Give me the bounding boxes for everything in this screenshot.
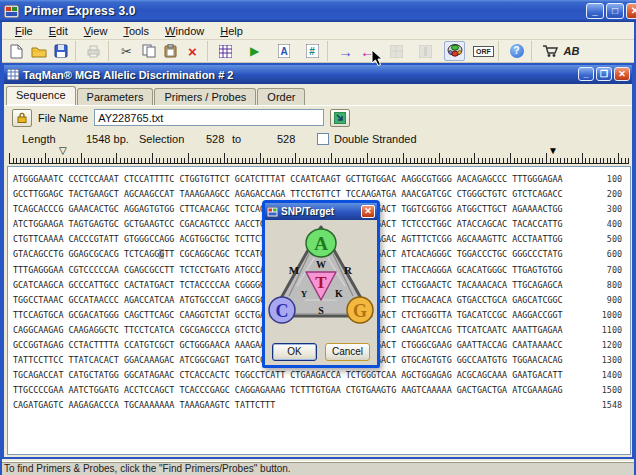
edge-m-label[interactable]: M <box>289 264 300 276</box>
run-button[interactable]: ▶ <box>244 41 265 61</box>
ab-logo-icon: AB <box>564 45 580 57</box>
sequence-position: 300 <box>607 204 622 214</box>
import-button[interactable] <box>330 109 350 127</box>
copy-icon <box>142 44 156 58</box>
cut-scissors-icon: ✂ <box>121 44 132 59</box>
open-folder-icon <box>31 45 47 58</box>
disabled-tool-2-button[interactable] <box>415 41 436 61</box>
snp-mask-icon <box>447 44 463 58</box>
snp-target-dialog: SNP/Target ✕ A C G T M W R Y K S <box>262 200 380 368</box>
double-stranded-checkbox[interactable] <box>317 133 329 145</box>
file-name-label: File Name <box>38 112 88 124</box>
cart-icon <box>542 44 558 58</box>
iupac-wheel-diagram[interactable]: A C G T M W R Y K S <box>267 224 375 336</box>
menubar: File Edit View Tools Window Help <box>2 22 634 40</box>
edge-s-label[interactable]: S <box>318 305 324 316</box>
sequence-position: 1300 <box>602 355 622 365</box>
file-name-input[interactable] <box>94 109 324 126</box>
delete-button[interactable]: × <box>182 41 203 61</box>
edge-k-label[interactable]: K <box>335 288 343 299</box>
sequence-position: 1500 <box>602 385 622 395</box>
menu-help[interactable]: Help <box>213 23 250 39</box>
orf-button[interactable]: ORF <box>473 41 494 61</box>
tab-primers-probes[interactable]: Primers / Probes <box>154 88 256 105</box>
selected-base[interactable]: G <box>159 249 164 259</box>
tab-sequence[interactable]: Sequence <box>6 86 76 105</box>
copy-button[interactable] <box>138 41 159 61</box>
table-button[interactable] <box>215 41 236 61</box>
app-minimize-button[interactable]: _ <box>586 3 604 19</box>
menu-window[interactable]: Window <box>158 23 211 39</box>
selection-to-value: 528 <box>277 133 295 145</box>
sequence-position: 200 <box>607 189 622 199</box>
new-document-button[interactable] <box>6 41 27 61</box>
ruler-open-marker[interactable]: ▽ <box>59 146 67 156</box>
sequence-ruler[interactable]: ▽ ▼ <box>9 151 629 164</box>
sequence-position: 600 <box>607 249 622 259</box>
tab-order[interactable]: Order <box>257 88 305 105</box>
document-a-button[interactable]: A <box>273 41 294 61</box>
help-icon: ? <box>510 44 524 58</box>
status-text: To find Primers & Probes, click the "Fin… <box>4 463 291 474</box>
mouse-cursor <box>371 49 383 67</box>
delete-x-icon: × <box>188 43 197 60</box>
app-maximize-button[interactable]: □ <box>606 3 624 19</box>
ab-logo-button[interactable]: AB <box>561 41 582 61</box>
cut-button[interactable]: ✂ <box>116 41 137 61</box>
sequence-position: 800 <box>607 280 622 290</box>
doc-restore-button[interactable]: ❐ <box>596 67 612 81</box>
disabled-bars-icon <box>419 45 432 58</box>
snp-mask-button[interactable] <box>444 41 465 61</box>
edge-y-label[interactable]: Y <box>301 289 308 299</box>
ok-button[interactable]: OK <box>272 343 317 361</box>
snp-dialog-close-button[interactable]: ✕ <box>361 205 375 218</box>
svg-text:A: A <box>280 46 287 57</box>
edge-w-label[interactable]: W <box>316 259 326 270</box>
toolbar: ✂ × ▶ A # → ← ORF ? AB <box>2 40 634 63</box>
help-button[interactable]: ? <box>506 41 527 61</box>
map-button[interactable]: # <box>302 41 323 61</box>
doc-close-button[interactable]: ✕ <box>614 67 630 81</box>
menu-tools[interactable]: Tools <box>116 23 156 39</box>
sequence-position: 1100 <box>602 325 622 335</box>
menu-edit[interactable]: Edit <box>42 23 75 39</box>
sequence-line[interactable]: TTGCCCCGAA AATCTGGATG ACCTCCAGCT TCACCCG… <box>8 384 630 399</box>
disabled-grid-icon <box>390 45 403 58</box>
app-icon <box>4 5 19 18</box>
sequence-line[interactable]: TGCAGACCAT CATGCTATGG GGCATAGAAC CTCACCA… <box>8 369 630 384</box>
app-close-button[interactable]: ✕ <box>626 3 636 19</box>
sequence-line[interactable]: CAGATGAGTC AAGAGACCCA TGCAAAAAAA TAAAGAA… <box>8 399 630 414</box>
document-titlebar: TaqMan® MGB Allelic Discrimination # 2 _… <box>4 65 632 84</box>
print-button[interactable] <box>83 41 104 61</box>
length-selection-row: Length 1548 bp. Selection 528 to 528 Dou… <box>4 131 632 149</box>
tab-parameters[interactable]: Parameters <box>77 88 154 105</box>
doc-minimize-button[interactable]: _ <box>578 67 594 81</box>
next-button[interactable]: → <box>335 41 356 61</box>
menu-file[interactable]: File <box>8 23 40 39</box>
tab-bar: Sequence Parameters Primers / Probes Ord… <box>6 86 305 105</box>
disabled-tool-1-button[interactable] <box>386 41 407 61</box>
ruler-filled-marker[interactable]: ▼ <box>548 146 558 156</box>
sequence-position: 500 <box>607 234 622 244</box>
lock-button[interactable] <box>12 109 32 127</box>
paste-clipboard-icon <box>164 44 177 58</box>
import-icon <box>334 112 346 124</box>
sequence-position: 1548 <box>602 400 622 410</box>
print-icon <box>86 45 101 58</box>
save-button[interactable] <box>50 41 71 61</box>
new-document-icon <box>10 44 23 59</box>
menu-view[interactable]: View <box>77 23 115 39</box>
lock-icon <box>17 112 27 123</box>
cancel-button[interactable]: Cancel <box>325 343 370 361</box>
snp-dialog-titlebar[interactable]: SNP/Target ✕ <box>265 203 377 220</box>
edge-r-label[interactable]: R <box>344 264 353 276</box>
svg-text:#: # <box>309 46 315 57</box>
order-cart-button[interactable] <box>539 41 560 61</box>
sequence-position: 900 <box>607 295 622 305</box>
snp-dialog-title: SNP/Target <box>281 206 334 217</box>
open-button[interactable] <box>28 41 49 61</box>
sequence-line[interactable]: ATGGGAAATC CCCTCCAAAT CTCCATTTTC CTGGTGT… <box>8 173 630 188</box>
snp-dialog-icon <box>267 207 278 217</box>
center-t-label: T <box>315 273 327 292</box>
paste-button[interactable] <box>160 41 181 61</box>
